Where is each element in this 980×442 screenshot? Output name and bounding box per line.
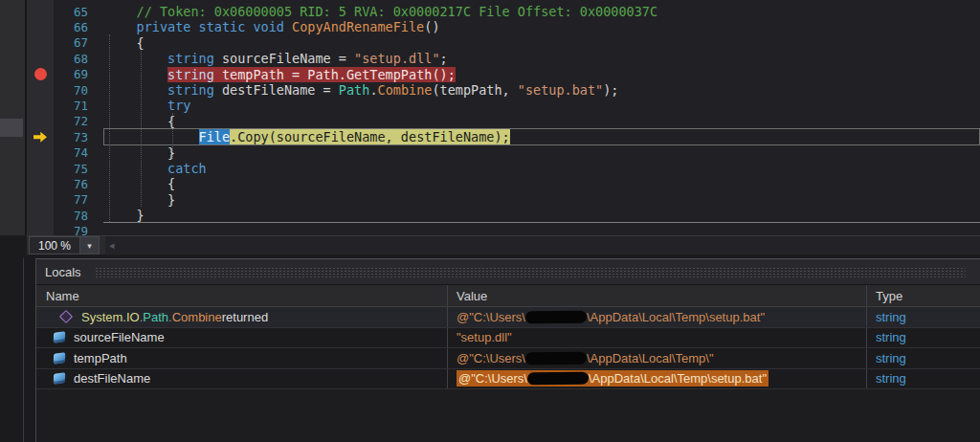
gutter-cell[interactable] (27, 145, 54, 161)
code-line[interactable]: 68 string sourceFileName = "setup.dll"; (27, 51, 980, 66)
code-text[interactable]: File.Copy(sourceFileName, destFileName); (88, 129, 510, 144)
locals-value-text: @"C:\Users\\AppData\Local\Temp\setup.bat… (457, 370, 768, 387)
breakpoint-dot-icon[interactable] (34, 68, 47, 80)
code-line[interactable]: 77 } (27, 192, 980, 208)
zoom-control[interactable]: 100 % ▾ (29, 236, 100, 254)
gutter-cell[interactable] (27, 98, 54, 113)
locals-value-cell[interactable]: "setup.dll" (448, 328, 867, 348)
gutter-cell[interactable] (27, 4, 54, 19)
locals-type-cell[interactable]: string (867, 369, 980, 389)
panel-splitter[interactable] (23, 258, 24, 442)
locals-name-cell[interactable]: System.IO.Path.Combine returned (36, 307, 448, 327)
line-number: 65 (54, 5, 88, 19)
gutter-cell[interactable] (27, 82, 54, 98)
local-variable-icon (54, 373, 65, 385)
locals-type-cell[interactable]: string (867, 307, 980, 327)
current-statement-marker[interactable] (27, 129, 54, 144)
locals-name-cell[interactable]: destFileName (36, 369, 448, 389)
code-token: destFileName (74, 371, 150, 386)
code-line[interactable]: 69 string tempPath = Path.GetTempPath(); (27, 67, 980, 82)
code-text[interactable]: private static void CopyAndRenameFile() (88, 19, 440, 34)
gutter-cell[interactable] (27, 19, 54, 34)
code-token: ); (603, 82, 618, 98)
panel-title: Locals (45, 265, 81, 279)
code-text[interactable]: catch (88, 161, 207, 176)
code-token: "setup.dll" (354, 51, 439, 66)
code-text[interactable]: string sourceFileName = "setup.dll"; (88, 51, 448, 66)
redaction-blob (527, 372, 589, 386)
column-header-value[interactable]: Value (448, 285, 867, 306)
code-line[interactable]: 75 catch (27, 161, 980, 176)
breakpoint-line-highlight: string tempPath = Path.GetTempPath(); (167, 67, 456, 82)
code-token: destFileName = (222, 82, 339, 98)
line-number: 73 (54, 130, 88, 144)
code-line[interactable]: 76 { (27, 176, 980, 191)
code-token: File (199, 129, 231, 144)
locals-value-cell[interactable]: @"C:\Users\\AppData\Local\Temp\setup.bat… (448, 369, 867, 389)
gutter-cell[interactable] (27, 161, 54, 176)
code-line[interactable]: 70 string destFileName = Path.Combine(te… (27, 82, 980, 98)
breakpoint-marker[interactable] (27, 67, 54, 82)
gutter-cell[interactable] (27, 208, 54, 223)
locals-value-cell[interactable]: @"C:\Users\\AppData\Local\Temp\setup.bat… (448, 307, 867, 327)
locals-type-text: string (876, 330, 906, 344)
code-text[interactable]: { (88, 35, 145, 51)
code-token: string (167, 67, 222, 82)
column-header-type[interactable]: Type (867, 285, 980, 306)
code-line[interactable]: 65 // Token: 0x06000005 RID: 5 RVA: 0x00… (27, 4, 980, 19)
locals-row[interactable]: destFileName@"C:\Users\\AppData\Local\Te… (36, 369, 980, 390)
scrollbar-thumb[interactable] (0, 119, 23, 137)
code-line[interactable]: 71 try (27, 98, 980, 113)
local-variable-icon (54, 352, 65, 364)
gutter-cell[interactable] (27, 35, 54, 51)
locals-row[interactable]: tempPath@"C:\Users\\AppData\Local\Temp\"… (36, 348, 980, 369)
code-token: tempPath = Path.GetTempPath(); (222, 67, 456, 82)
gutter-cell[interactable] (27, 176, 54, 191)
code-token: { (167, 114, 175, 129)
current-statement-arrow-icon (33, 132, 47, 143)
code-text[interactable]: { (88, 176, 175, 191)
code-line[interactable]: 72 { (27, 114, 980, 129)
locals-value-text: "setup.dll" (457, 330, 512, 344)
line-number: 72 (54, 114, 88, 128)
code-text[interactable]: } (88, 145, 175, 161)
line-number: 70 (54, 83, 88, 98)
locals-title-bar[interactable]: Locals (36, 259, 980, 284)
code-token: } (167, 192, 175, 208)
zoom-dropdown-button[interactable]: ▾ (79, 237, 99, 254)
horizontal-scrollbar[interactable]: ◂ (105, 236, 980, 254)
scroll-left-arrow-icon[interactable]: ◂ (109, 239, 115, 252)
locals-name-cell[interactable]: tempPath (36, 348, 448, 368)
code-text[interactable]: try (88, 98, 190, 113)
locals-type-cell[interactable]: string (867, 348, 980, 368)
locals-type-text: string (876, 371, 906, 386)
locals-type-cell[interactable]: string (867, 328, 980, 348)
code-text[interactable]: } (88, 208, 145, 223)
code-text[interactable]: string tempPath = Path.GetTempPath(); (88, 67, 456, 82)
code-text[interactable]: string destFileName = Path.Combine(tempP… (88, 82, 619, 98)
code-line[interactable]: 73 File.Copy(sourceFileName, destFileNam… (27, 129, 980, 144)
code-text[interactable]: // Token: 0x06000005 RID: 5 RVA: 0x00002… (88, 4, 657, 19)
line-number: 68 (54, 52, 88, 66)
locals-row[interactable]: System.IO.Path.Combine returned@"C:\User… (36, 307, 980, 328)
gutter-cell[interactable] (27, 192, 54, 208)
code-line[interactable]: 67 { (27, 35, 980, 51)
gutter-cell[interactable] (27, 51, 54, 66)
locals-value-cell[interactable]: @"C:\Users\\AppData\Local\Temp\" (448, 348, 867, 368)
code-editor[interactable]: 65 // Token: 0x06000005 RID: 5 RVA: 0x00… (27, 0, 980, 236)
code-line[interactable]: 78 } (27, 208, 980, 223)
code-line[interactable]: 66 private static void CopyAndRenameFile… (27, 19, 980, 34)
code-token: catch (167, 161, 207, 176)
locals-row[interactable]: sourceFileName"setup.dll"string (36, 328, 980, 349)
code-line[interactable]: 74 } (27, 145, 980, 161)
code-token: (tempPath, (432, 82, 517, 98)
gutter-cell[interactable] (27, 114, 54, 129)
docked-panel-edge (0, 0, 27, 235)
local-variable-icon (54, 332, 65, 343)
code-lines: 65 // Token: 0x06000005 RID: 5 RVA: 0x00… (27, 0, 980, 235)
column-header-name[interactable]: Name (36, 285, 448, 306)
locals-name-cell[interactable]: sourceFileName (36, 328, 448, 348)
code-text[interactable]: } (88, 192, 175, 208)
code-text[interactable]: { (88, 114, 175, 129)
locals-value-text: @"C:\Users\\AppData\Local\Temp\" (457, 351, 714, 365)
